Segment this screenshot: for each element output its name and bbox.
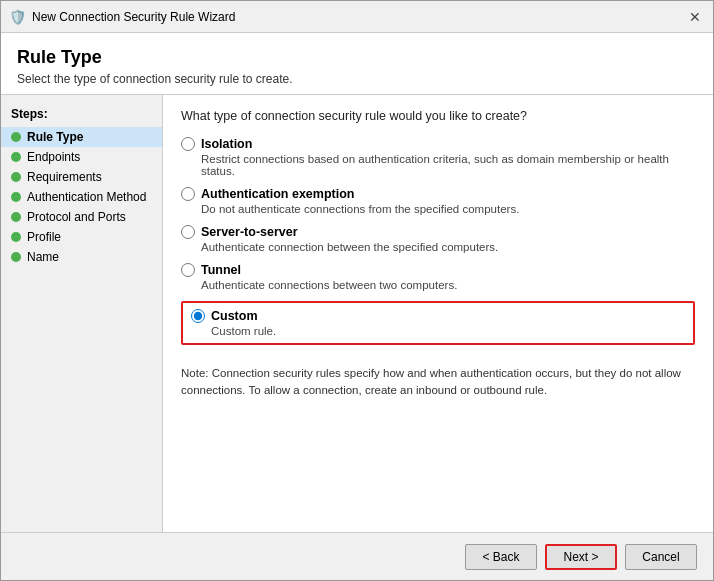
- sidebar-item-requirements[interactable]: Requirements: [1, 167, 162, 187]
- label-isolation[interactable]: Isolation: [201, 137, 252, 151]
- content-area: Rule Type Select the type of connection …: [1, 33, 713, 580]
- step-dot: [11, 232, 21, 242]
- radio-isolation[interactable]: [181, 137, 195, 151]
- app-icon: 🛡️: [9, 9, 26, 25]
- desc-auth-exemption: Do not authenticate connections from the…: [201, 203, 695, 215]
- step-dot: [11, 152, 21, 162]
- sidebar-item-rule-type[interactable]: Rule Type: [1, 127, 162, 147]
- sidebar-item-label: Authentication Method: [27, 190, 146, 204]
- back-button[interactable]: < Back: [465, 544, 537, 570]
- desc-custom: Custom rule.: [211, 325, 685, 337]
- option-custom: Custom Custom rule.: [191, 309, 685, 337]
- sidebar-item-authentication-method[interactable]: Authentication Method: [1, 187, 162, 207]
- main-panel: What type of connection security rule wo…: [163, 95, 713, 532]
- step-dot: [11, 192, 21, 202]
- sidebar-item-protocol-ports[interactable]: Protocol and Ports: [1, 207, 162, 227]
- page-title: Rule Type: [17, 47, 697, 68]
- next-button[interactable]: Next >: [545, 544, 617, 570]
- page-subtitle: Select the type of connection security r…: [17, 72, 697, 86]
- step-dot: [11, 172, 21, 182]
- desc-server-to-server: Authenticate connection between the spec…: [201, 241, 695, 253]
- note-text: Note: Connection security rules specify …: [181, 365, 695, 400]
- label-auth-exemption[interactable]: Authentication exemption: [201, 187, 354, 201]
- sidebar-item-label: Protocol and Ports: [27, 210, 126, 224]
- title-bar-text: New Connection Security Rule Wizard: [32, 10, 679, 24]
- sidebar-item-profile[interactable]: Profile: [1, 227, 162, 247]
- option-isolation: Isolation Restrict connections based on …: [181, 137, 695, 177]
- sidebar-item-label: Requirements: [27, 170, 102, 184]
- sidebar-item-label: Rule Type: [27, 130, 83, 144]
- sidebar-item-label: Name: [27, 250, 59, 264]
- body-area: Steps: Rule Type Endpoints Requirements …: [1, 95, 713, 532]
- radio-tunnel[interactable]: [181, 263, 195, 277]
- option-server-to-server: Server-to-server Authenticate connection…: [181, 225, 695, 253]
- steps-label: Steps:: [1, 107, 162, 127]
- sidebar-item-label: Endpoints: [27, 150, 80, 164]
- label-tunnel[interactable]: Tunnel: [201, 263, 241, 277]
- radio-auth-exemption[interactable]: [181, 187, 195, 201]
- sidebar-item-name[interactable]: Name: [1, 247, 162, 267]
- desc-tunnel: Authenticate connections between two com…: [201, 279, 695, 291]
- sidebar-item-label: Profile: [27, 230, 61, 244]
- option-tunnel: Tunnel Authenticate connections between …: [181, 263, 695, 291]
- wizard-window: 🛡️ New Connection Security Rule Wizard ✕…: [0, 0, 714, 581]
- footer: < Back Next > Cancel: [1, 532, 713, 580]
- desc-isolation: Restrict connections based on authentica…: [201, 153, 695, 177]
- custom-option-box: Custom Custom rule.: [181, 301, 695, 345]
- option-auth-exemption: Authentication exemption Do not authenti…: [181, 187, 695, 215]
- close-button[interactable]: ✕: [685, 7, 705, 27]
- radio-server-to-server[interactable]: [181, 225, 195, 239]
- question-text: What type of connection security rule wo…: [181, 109, 695, 123]
- label-server-to-server[interactable]: Server-to-server: [201, 225, 298, 239]
- rule-type-options: Isolation Restrict connections based on …: [181, 137, 695, 355]
- header-area: Rule Type Select the type of connection …: [1, 33, 713, 95]
- radio-custom[interactable]: [191, 309, 205, 323]
- label-custom[interactable]: Custom: [211, 309, 258, 323]
- sidebar-item-endpoints[interactable]: Endpoints: [1, 147, 162, 167]
- step-dot: [11, 212, 21, 222]
- step-dot: [11, 132, 21, 142]
- step-dot: [11, 252, 21, 262]
- title-bar: 🛡️ New Connection Security Rule Wizard ✕: [1, 1, 713, 33]
- cancel-button[interactable]: Cancel: [625, 544, 697, 570]
- steps-sidebar: Steps: Rule Type Endpoints Requirements …: [1, 95, 163, 532]
